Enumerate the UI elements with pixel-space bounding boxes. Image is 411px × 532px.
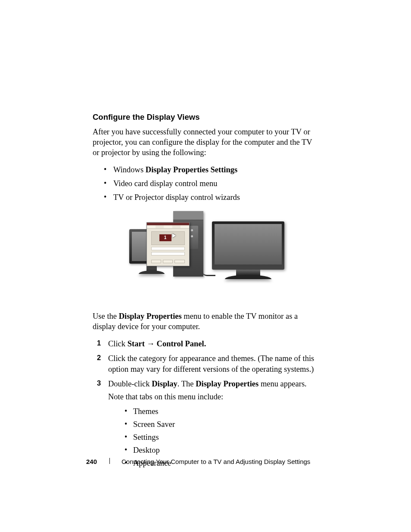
step-item: 3 Double-click Display. The Display Prop… [108, 379, 321, 468]
text-bold: Control Panel. [157, 339, 206, 348]
monitor-number-badge: 1 [159, 234, 171, 241]
tab-item: Settings [133, 432, 321, 442]
option-item: Windows Display Properties Settings [113, 165, 321, 175]
option-bold: Display Properties Settings [146, 165, 237, 174]
text-run: . The [177, 380, 196, 388]
text-run: → [145, 339, 157, 348]
text-bold: Start [128, 339, 145, 348]
tv-base-icon [225, 275, 271, 279]
option-item: Video card display control menu [113, 178, 321, 189]
step-number: 3 [97, 379, 101, 388]
tab-item: Themes [133, 406, 321, 417]
footer-separator-icon [109, 458, 110, 464]
text-bold: Display Properties [119, 312, 182, 320]
document-page: Configure the Display Views After you ha… [0, 0, 411, 532]
subnote: Note that tabs on this menu include: [108, 392, 321, 402]
page-number: 240 [86, 457, 97, 466]
step-item: 1 Click Start → Control Panel. [108, 339, 321, 349]
buttons-icon [151, 260, 185, 263]
footer-title: Connecting Your Computer to a TV and Adj… [121, 457, 310, 466]
step-number: 2 [97, 353, 101, 362]
step-number: 1 [97, 339, 101, 348]
steps-list: 1 Click Start → Control Panel. 2 Click t… [93, 339, 321, 468]
text-run: Double-click [108, 380, 152, 388]
option-item: TV or Projector display control wizards [113, 192, 321, 202]
options-list: Windows Display Properties Settings Vide… [93, 165, 321, 202]
tab-item: Desktop [133, 445, 321, 455]
field-icon [151, 247, 185, 250]
section-heading: Configure the Display Views [93, 112, 321, 122]
step-item: 2 Click the category for appearance and … [108, 353, 321, 374]
properties-window-icon: 1 [146, 222, 190, 266]
text-bold: Display [152, 380, 177, 388]
illustration: 1 [129, 211, 284, 297]
window-monitor-icon: 1 [151, 231, 185, 245]
field-icon [151, 252, 185, 255]
text-run: Use the [93, 312, 119, 320]
intro-paragraph: After you have successfully connected yo… [93, 127, 321, 158]
cable-icon [202, 271, 215, 276]
text-bold: Display Properties [196, 380, 258, 388]
option-text: Windows [113, 165, 146, 174]
tab-item: Screen Saver [133, 419, 321, 429]
use-paragraph: Use the Display Properties menu to enabl… [93, 311, 321, 332]
text-run: menu appears. [258, 380, 306, 388]
monitor-base-icon [139, 271, 165, 274]
text-run: Click the category for appearance and th… [108, 354, 314, 373]
window-tabs-icon [147, 225, 189, 229]
text-run: Click [108, 339, 128, 348]
tv-icon [212, 221, 284, 270]
cursor-icon [172, 233, 176, 238]
